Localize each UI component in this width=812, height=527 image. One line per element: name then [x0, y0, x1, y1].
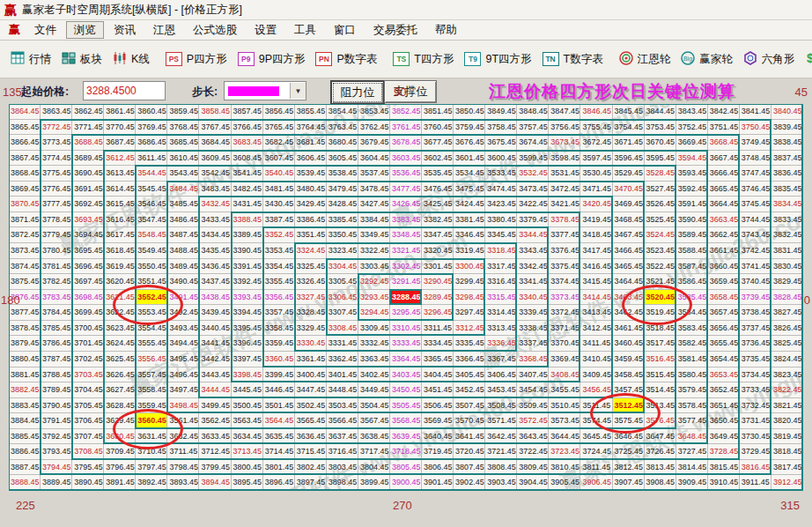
price-cell[interactable]: 3489.45 [167, 259, 199, 275]
price-cell[interactable]: 3488.45 [167, 243, 199, 259]
price-cell[interactable]: 3871.45 [9, 212, 41, 228]
price-cell[interactable]: 3854.45 [327, 104, 358, 120]
price-cell[interactable]: 3749.45 [740, 135, 771, 151]
price-cell[interactable]: 3378.45 [549, 212, 580, 228]
price-cell[interactable]: 3885.45 [9, 429, 41, 445]
price-cell[interactable]: 3500.45 [232, 398, 263, 414]
menu-item-浏览[interactable]: 浏览 [66, 21, 104, 39]
price-cell[interactable]: 3597.45 [580, 151, 612, 167]
price-cell[interactable]: 3589.45 [676, 227, 708, 243]
price-cell[interactable]: 3755.45 [580, 120, 612, 136]
price-cell[interactable]: 3687.45 [104, 135, 136, 151]
price-cell[interactable]: 3498.45 [167, 398, 199, 414]
price-cell[interactable]: 3560.45 [136, 413, 167, 429]
price-cell[interactable]: 3831.45 [771, 243, 803, 259]
price-cell[interactable]: 3678.45 [390, 135, 422, 151]
price-cell[interactable]: 3655.45 [708, 336, 740, 352]
price-cell[interactable]: 3386.45 [295, 212, 327, 228]
price-cell[interactable]: 3725.45 [613, 444, 645, 460]
price-cell[interactable]: 3519.45 [645, 305, 676, 321]
price-cell[interactable]: 3623.45 [104, 321, 136, 337]
price-cell[interactable]: 3565.45 [295, 413, 327, 429]
price-cell[interactable]: 3907.45 [613, 475, 645, 491]
price-cell[interactable]: 3434.45 [199, 227, 231, 243]
price-cell[interactable]: 3383.45 [390, 212, 422, 228]
price-cell[interactable]: 3539.45 [295, 166, 327, 182]
price-cell[interactable]: 3667.45 [708, 151, 740, 167]
price-cell[interactable]: 3417.45 [580, 243, 612, 259]
price-cell[interactable]: 3588.45 [676, 243, 708, 259]
price-cell[interactable]: 3389.45 [232, 227, 263, 243]
price-cell[interactable]: 3429.45 [295, 197, 327, 212]
price-cell[interactable]: 3387.45 [263, 212, 295, 228]
price-cell[interactable]: 3345.45 [485, 227, 517, 243]
price-cell[interactable]: 3307.45 [327, 305, 358, 321]
price-cell[interactable]: 3377.45 [549, 227, 580, 243]
price-cell[interactable]: 3902.45 [454, 475, 485, 491]
price-cell[interactable]: 3469.45 [613, 197, 645, 212]
price-cell[interactable]: 3459.45 [613, 352, 645, 367]
price-cell[interactable]: 3524.45 [645, 227, 676, 243]
price-cell[interactable]: 3573.45 [549, 413, 580, 429]
price-cell[interactable]: 3884.45 [9, 413, 41, 429]
price-cell[interactable]: 3736.45 [740, 336, 771, 352]
toolbar-button-板块[interactable]: 板块 [56, 48, 107, 71]
price-cell[interactable]: 3803.45 [327, 460, 358, 476]
price-cell[interactable]: 3719.45 [422, 444, 454, 460]
price-cell[interactable]: 3517.45 [645, 336, 676, 352]
price-cell[interactable]: 3792.45 [41, 429, 72, 445]
price-cell[interactable]: 3689.45 [72, 151, 104, 167]
price-cell[interactable]: 3294.45 [358, 305, 390, 321]
menu-item-公式选股[interactable]: 公式选股 [185, 21, 245, 39]
price-cell[interactable]: 3785.45 [41, 321, 72, 337]
price-cell[interactable]: 3878.45 [9, 321, 41, 337]
price-cell[interactable]: 3671.45 [613, 135, 645, 151]
price-cell[interactable]: 3790.45 [41, 398, 72, 414]
price-cell[interactable]: 3711.45 [167, 444, 199, 460]
price-cell[interactable]: 3546.45 [136, 197, 167, 212]
price-cell[interactable]: 3635.45 [263, 429, 295, 445]
price-cell[interactable]: 3748.45 [740, 151, 771, 167]
price-cell[interactable]: 3295.45 [390, 305, 422, 321]
start-price-input[interactable] [83, 81, 166, 100]
menu-item-窗口[interactable]: 窗口 [326, 21, 364, 39]
price-cell[interactable]: 3458.45 [613, 367, 645, 383]
price-cell[interactable]: 3409.45 [580, 367, 612, 383]
price-cell[interactable]: 3403.45 [390, 367, 422, 383]
price-cell[interactable]: 3476.45 [422, 182, 454, 197]
price-cell[interactable]: 3657.45 [708, 305, 740, 321]
price-cell[interactable]: 3289.45 [422, 290, 454, 306]
price-cell[interactable]: 3518.45 [645, 321, 676, 337]
price-cell[interactable]: 3540.45 [263, 166, 295, 182]
price-cell[interactable]: 3698.45 [72, 290, 104, 306]
price-cell[interactable]: 3909.45 [676, 475, 708, 491]
price-cell[interactable]: 3705.45 [72, 398, 104, 414]
price-cell[interactable]: 3528.45 [645, 166, 676, 182]
price-cell[interactable]: 3862.45 [72, 104, 104, 120]
price-cell[interactable]: 3846.45 [580, 104, 612, 120]
price-cell[interactable]: 3362.45 [327, 352, 358, 367]
price-cell[interactable]: 3536.45 [390, 166, 422, 182]
price-cell[interactable]: 3715.45 [295, 444, 327, 460]
price-cell[interactable]: 3547.45 [136, 212, 167, 228]
price-cell[interactable]: 3713.45 [232, 444, 263, 460]
price-cell[interactable]: 3544.45 [136, 166, 167, 182]
price-cell[interactable]: 3456.45 [580, 382, 612, 398]
price-cell[interactable]: 3660.45 [708, 259, 740, 275]
price-cell[interactable]: 3350.45 [327, 227, 358, 243]
price-cell[interactable]: 3394.45 [232, 305, 263, 321]
price-cell[interactable]: 3301.45 [422, 259, 454, 275]
price-cell[interactable]: 3742.45 [740, 243, 771, 259]
price-cell[interactable]: 3545.45 [136, 182, 167, 197]
price-cell[interactable]: 3493.45 [167, 321, 199, 337]
price-cell[interactable]: 3905.45 [549, 475, 580, 491]
price-cell[interactable]: 3433.45 [199, 212, 231, 228]
price-cell[interactable]: 3641.45 [454, 429, 485, 445]
price-cell[interactable]: 3706.45 [72, 413, 104, 429]
price-cell[interactable]: 3654.45 [708, 352, 740, 367]
price-cell[interactable]: 3400.45 [295, 367, 327, 383]
price-cell[interactable]: 3784.45 [41, 305, 72, 321]
price-cell[interactable]: 3912.45 [771, 475, 803, 491]
price-cell[interactable]: 3381.45 [454, 212, 485, 228]
price-cell[interactable]: 3594.45 [676, 151, 708, 167]
